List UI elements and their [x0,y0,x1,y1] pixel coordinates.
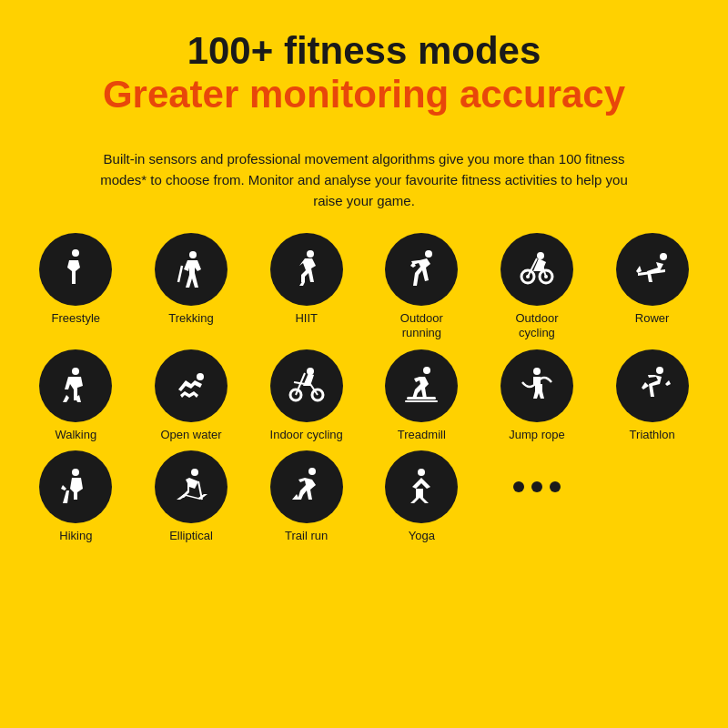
svg-point-4 [537,252,544,259]
svg-point-3 [425,250,432,258]
triathlon-label: Triathlon [630,428,675,442]
svg-point-13 [197,373,204,380]
yoga-label: Yoga [409,529,435,543]
hiit-label: HIIT [295,311,318,326]
indoor-cycling-icon-circle [270,349,343,422]
activity-indoor-cycling: Indoor cycling [248,349,364,442]
triathlon-icon-circle [616,349,689,422]
description-text: Built-in sensors and professional moveme… [73,132,655,217]
main-title: 100+ fitness modes [103,29,625,73]
open-water-icon-circle [155,349,228,422]
svg-point-29 [418,469,425,476]
open-water-label: Open water [160,428,221,442]
activity-trekking: Trekking [134,233,249,339]
activity-triathlon: Triathlon [594,349,710,442]
jump-rope-label: Jump rope [509,428,564,442]
rower-icon-circle [616,233,689,306]
dot-3 [550,481,561,492]
hiking-icon-circle [39,450,112,523]
svg-rect-21 [407,397,436,399]
treadmill-icon-circle [385,349,458,422]
hiit-icon-circle [270,233,343,306]
outdoor-cycling-label: Outdoor cycling [496,311,578,339]
outdoor-cycling-icon-circle [500,233,573,306]
activity-open-water: Open water [134,349,249,442]
trekking-label: Trekking [168,311,213,326]
svg-point-2 [307,250,314,258]
trail-run-icon-circle [270,450,343,523]
outdoor-running-icon-circle [385,233,458,306]
svg-point-20 [423,367,430,374]
activity-elliptical: Elliptical [134,450,249,543]
activity-jump-rope: Jump rope [480,349,595,442]
svg-point-0 [189,251,197,258]
walking-icon-circle [39,349,112,422]
activity-trail-run: Trail run [248,450,364,543]
freestyle-label: Freestyle [52,311,100,326]
header-section: 100+ fitness modes Greater monitoring ac… [66,0,662,132]
more-activities [480,450,595,543]
activity-treadmill: Treadmill [364,349,480,442]
dot-1 [513,481,524,492]
trail-run-label: Trail run [285,529,328,543]
more-dots [500,450,573,523]
svg-point-12 [72,368,79,375]
activity-hiit: HIIT [248,233,364,339]
svg-point-11 [660,253,667,260]
indoor-cycling-label: Indoor cycling [270,428,343,442]
activity-rower: Rower [594,233,710,339]
activities-grid: Freestyle Trekking HIIT [18,217,710,542]
activity-outdoor-cycling: Outdoor cycling [480,233,595,339]
activity-freestyle: Freestyle [18,233,134,339]
outdoor-running-label: Outdoor running [380,311,462,339]
hiking-label: Hiking [59,529,92,543]
dot-2 [531,481,542,492]
svg-point-26 [191,469,198,476]
svg-rect-22 [405,400,438,402]
walking-label: Walking [55,428,96,442]
activity-outdoor-running: Outdoor running [364,233,480,339]
elliptical-icon-circle [155,450,228,523]
svg-line-19 [294,382,305,384]
svg-point-28 [308,468,316,475]
svg-point-23 [533,368,541,375]
yoga-icon-circle [385,450,458,523]
rower-label: Rower [635,311,670,326]
svg-point-24 [656,367,663,374]
svg-line-1 [178,266,182,282]
svg-point-25 [72,469,79,476]
activity-walking: Walking [18,349,134,442]
activity-hiking: Hiking [18,450,134,543]
treadmill-label: Treadmill [398,428,446,442]
elliptical-label: Elliptical [169,529,213,543]
freestyle-icon-circle [39,233,112,306]
jump-rope-icon-circle [500,349,573,422]
activity-yoga: Yoga [364,450,480,543]
sub-title: Greater monitoring accuracy [103,73,625,116]
trekking-icon-circle [155,233,228,306]
